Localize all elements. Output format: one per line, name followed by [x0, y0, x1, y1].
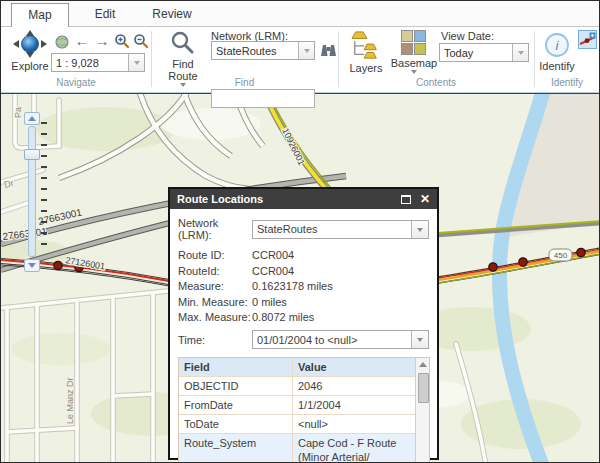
basemap-tile [401, 30, 413, 42]
network-lrm-combobox[interactable]: StateRoutes [211, 41, 315, 60]
table-scrollbar[interactable] [415, 358, 429, 463]
close-icon[interactable]: ✕ [420, 193, 430, 205]
globe-icon[interactable] [53, 33, 71, 51]
ribbon: Explore ← → 1 : 9,028 Navigate Find Rout… [1, 27, 599, 93]
map-scale-combobox[interactable]: 1 : 9,028 [51, 53, 145, 72]
scroll-up-icon[interactable] [419, 362, 427, 367]
chevron-down-icon [518, 51, 524, 55]
layers-button[interactable]: Layers [345, 30, 387, 74]
map-orange-route [438, 249, 600, 283]
chevron-down-icon [411, 70, 417, 74]
identify-button[interactable]: i Identify [537, 32, 577, 72]
dialog-network-combobox[interactable]: StateRoutes [252, 220, 429, 239]
chevron-up-icon [28, 116, 36, 121]
group-label-navigate: Navigate [1, 77, 151, 90]
table-row[interactable]: FromDate 1/1/2004 [179, 396, 415, 415]
column-header-field: Field [179, 358, 293, 376]
field-value: CCR004 [252, 249, 294, 262]
dialog-network-value: StateRoutes [253, 223, 411, 235]
group-label-contents: Contents [338, 77, 534, 90]
field-row-measure: Measure: 0.1623178 miles [178, 280, 429, 293]
tab-map[interactable]: Map [11, 3, 69, 28]
dialog-title-bar[interactable]: Route Locations ✕ [170, 189, 437, 209]
dialog-network-label: Network (LRM): [178, 217, 252, 241]
field-label: Measure: [178, 280, 252, 293]
zoom-slider-ticks [41, 122, 48, 254]
table-row[interactable]: ToDate <null> [179, 415, 415, 434]
table-row[interactable]: Route_System Cape Cod - F Route (Minor A… [179, 434, 415, 463]
group-label-identify: Identify [534, 77, 600, 90]
tab-review[interactable]: Review [139, 3, 205, 27]
forward-arrow-icon[interactable]: → [93, 31, 111, 49]
tab-edit[interactable]: Edit [73, 3, 137, 27]
tab-review-label: Review [152, 7, 191, 21]
zoom-out-icon[interactable] [132, 32, 150, 50]
field-row-min-measure: Min. Measure: 0 miles [178, 296, 429, 309]
route-locations-dialog: Route Locations ✕ Network (LRM): StateRo… [168, 187, 439, 460]
field-value: 0 miles [252, 296, 287, 309]
back-arrow-icon[interactable]: ← [73, 31, 91, 49]
basemap-button[interactable]: Basemap [391, 30, 437, 74]
time-dropdown-button[interactable] [411, 331, 428, 348]
field-row-route-id: Route ID: CCR004 [178, 249, 429, 262]
layers-label: Layers [349, 62, 382, 74]
view-date-combobox[interactable]: Today [439, 43, 529, 62]
chevron-down-icon [417, 338, 423, 342]
cell-value: 1/1/2004 [293, 396, 415, 414]
field-value: 0.8072 miles [252, 311, 314, 324]
zoom-slider-up-button[interactable] [24, 112, 40, 125]
view-date-dropdown-button[interactable] [512, 44, 528, 61]
identify-icon: i [544, 32, 570, 60]
maximize-icon[interactable] [401, 195, 411, 204]
explore-label: Explore [11, 60, 48, 72]
ribbon-tab-strip: Map Edit Review [1, 1, 599, 27]
view-date-label: View Date: [441, 30, 494, 42]
chevron-down-icon [304, 49, 310, 53]
zoom-slider-handle[interactable] [24, 149, 40, 160]
explore-button[interactable]: Explore [7, 30, 53, 72]
time-value: 01/01/2004 to <null> [253, 334, 411, 346]
dialog-body: Network (LRM): StateRoutes Route ID: CCR… [170, 209, 437, 458]
field-label: Max. Measure: [178, 311, 252, 324]
basemap-icon [401, 30, 428, 57]
map-scale-dropdown-button[interactable] [128, 54, 144, 71]
tab-map-label: Map [28, 8, 51, 22]
group-label-find: Find [151, 77, 338, 90]
tab-edit-label: Edit [95, 7, 116, 21]
chevron-down-icon [134, 61, 140, 65]
table-row[interactable]: OBJECTID 2046 [179, 377, 415, 396]
basemap-tile [414, 30, 426, 42]
network-lrm-dropdown-button[interactable] [298, 42, 314, 59]
binoculars-icon[interactable] [319, 41, 337, 59]
highway-shield: 450 [549, 249, 572, 261]
street-label: Le Manz Dr [65, 377, 75, 424]
scrollbar-thumb[interactable] [418, 373, 429, 403]
dialog-network-dropdown-button[interactable] [411, 221, 428, 238]
magnifier-icon [170, 30, 196, 58]
zoom-slider-track[interactable] [28, 126, 36, 257]
route-search-input[interactable] [211, 89, 315, 108]
application-window: Map Edit Review Explore ← [0, 0, 600, 463]
zoom-slider-down-button[interactable] [24, 259, 40, 272]
layers-icon [351, 30, 381, 62]
dialog-network-row: Network (LRM): StateRoutes [178, 217, 429, 241]
cell-value: 2046 [293, 377, 415, 395]
route-label: 10926001 [280, 126, 307, 166]
basemap-tile [401, 43, 413, 55]
time-combobox[interactable]: 01/01/2004 to <null> [252, 330, 429, 349]
field-row-routeid: RouteId: CCR004 [178, 265, 429, 278]
field-label: Route ID: [178, 249, 252, 262]
cell-field: FromDate [179, 396, 293, 414]
field-value: CCR004 [252, 265, 294, 278]
time-row: Time: 01/01/2004 to <null> [178, 330, 429, 349]
field-row-max-measure: Max. Measure: 0.8072 miles [178, 311, 429, 324]
time-label: Time: [178, 334, 252, 346]
zoom-in-icon[interactable] [113, 32, 131, 50]
chevron-down-icon [417, 228, 423, 232]
basemap-tile [414, 43, 426, 55]
network-lrm-value: StateRoutes [212, 45, 298, 57]
route-location-icon [579, 31, 596, 48]
identify-label: Identify [539, 60, 574, 72]
identify-route-locations-tool[interactable] [578, 30, 597, 49]
view-date-value: Today [440, 47, 512, 59]
